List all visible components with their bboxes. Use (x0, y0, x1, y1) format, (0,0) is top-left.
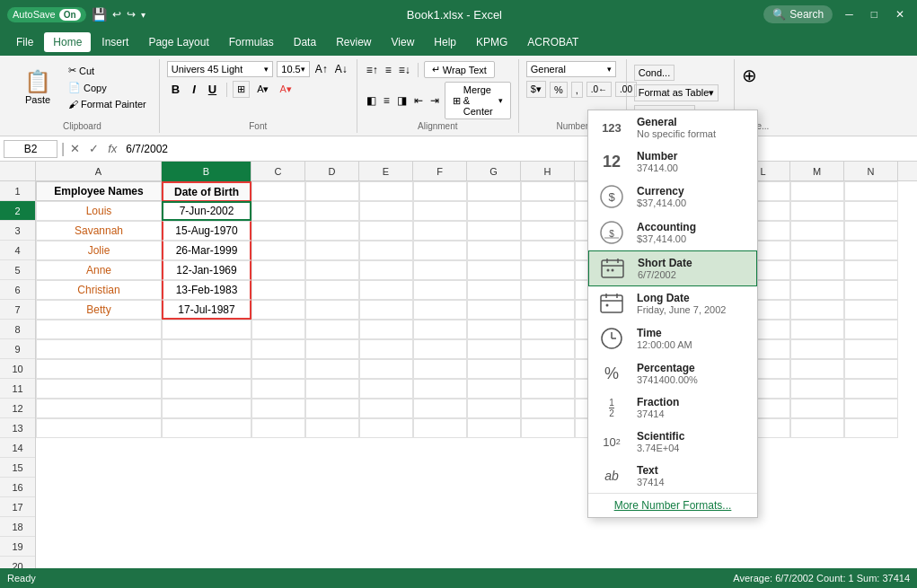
cell-e9[interactable] (359, 339, 413, 359)
format-general-item[interactable]: 123 General No specific format (588, 110, 757, 145)
cell-f11[interactable] (413, 379, 467, 399)
undo-icon[interactable]: ↩ (112, 8, 121, 21)
cell-g12[interactable] (467, 399, 521, 418)
cell-g1[interactable] (467, 181, 521, 201)
cell-c12[interactable] (251, 399, 305, 418)
cell-n2[interactable] (844, 201, 898, 221)
cell-d6[interactable] (305, 280, 359, 300)
format-painter-button[interactable]: 🖌 Format Painter (65, 97, 150, 111)
bold-button[interactable]: B (167, 81, 184, 98)
format-as-table-button[interactable]: Format as Table▾ (634, 84, 719, 101)
align-left-icon[interactable]: ◧ (365, 92, 378, 109)
cell-c9[interactable] (251, 339, 305, 359)
percent-format-icon[interactable]: % (550, 82, 568, 98)
cell-m2[interactable] (790, 201, 844, 221)
menu-page-layout[interactable]: Page Layout (139, 32, 217, 52)
cell-c2[interactable] (251, 201, 305, 221)
autosave-toggle[interactable]: AutoSave On (7, 7, 86, 22)
cell-g9[interactable] (467, 339, 521, 359)
cell-a6[interactable]: Christian (36, 280, 162, 300)
menu-kpmg[interactable]: KPMG (467, 32, 516, 52)
cell-c7[interactable] (251, 300, 305, 320)
increase-font-icon[interactable]: A↑ (313, 61, 330, 77)
cell-g5[interactable] (467, 260, 521, 280)
format-time-item[interactable]: Time 12:00:00 AM (588, 320, 757, 356)
align-bottom-icon[interactable]: ≡↓ (397, 62, 412, 78)
cell-g7[interactable] (467, 300, 521, 320)
cell-c5[interactable] (251, 260, 305, 280)
save-icon[interactable]: 💾 (92, 7, 107, 22)
font-color-button[interactable]: A▾ (277, 82, 295, 97)
cell-b1[interactable]: Date of Birth (162, 181, 251, 201)
wrap-text-button[interactable]: ↵ Wrap Text (424, 61, 495, 78)
cell-f7[interactable] (413, 300, 467, 320)
decrease-decimal-icon[interactable]: .0← (586, 82, 612, 97)
cell-c11[interactable] (251, 379, 305, 399)
cell-rest13f[interactable] (844, 418, 898, 438)
cell-h4[interactable] (521, 241, 575, 260)
cell-h7[interactable] (521, 300, 575, 320)
cell-h10[interactable] (521, 359, 575, 379)
cell-h8[interactable] (521, 320, 575, 339)
cell-h3[interactable] (521, 221, 575, 241)
cell-a2[interactable]: Louis (36, 201, 162, 221)
menu-file[interactable]: File (7, 32, 42, 52)
cell-c6[interactable] (251, 280, 305, 300)
cell-e7[interactable] (359, 300, 413, 320)
cell-b5[interactable]: 12-Jan-1969 (162, 260, 251, 280)
cell-a9[interactable] (36, 339, 162, 359)
cell-h9[interactable] (521, 339, 575, 359)
cell-h5[interactable] (521, 260, 575, 280)
search-box[interactable]: 🔍 Search (763, 5, 833, 23)
cell-f2[interactable] (413, 201, 467, 221)
cell-g11[interactable] (467, 379, 521, 399)
border-button[interactable]: ⊞ (233, 81, 250, 98)
cell-rest8f[interactable] (844, 320, 898, 339)
cell-b13[interactable] (162, 418, 251, 438)
cell-g13[interactable] (467, 418, 521, 438)
minimize-btn[interactable]: ─ (840, 6, 859, 22)
paste-button[interactable]: 📋 Paste (14, 61, 61, 113)
format-long-date-item[interactable]: Long Date Friday, June 7, 2002 (588, 286, 757, 320)
font-name-dropdown[interactable]: Univers 45 Light ▾ (167, 61, 274, 77)
cell-d2[interactable] (305, 201, 359, 221)
cell-d8[interactable] (305, 320, 359, 339)
insert-cells-button[interactable]: ⊕ (742, 66, 757, 85)
currency-format-icon[interactable]: $▾ (526, 81, 546, 98)
cell-d3[interactable] (305, 221, 359, 241)
align-top-icon[interactable]: ≡↑ (365, 62, 380, 78)
cell-a7[interactable]: Betty (36, 300, 162, 320)
cell-b9[interactable] (162, 339, 251, 359)
cell-g4[interactable] (467, 241, 521, 260)
cut-button[interactable]: ✂ Cut (65, 63, 150, 78)
cell-d7[interactable] (305, 300, 359, 320)
format-short-date-item[interactable]: Short Date 6/7/2002 (588, 250, 757, 286)
cell-e1[interactable] (359, 181, 413, 201)
cell-e5[interactable] (359, 260, 413, 280)
cell-b4[interactable]: 26-Mar-1999 (162, 241, 251, 260)
cell-e2[interactable] (359, 201, 413, 221)
format-text-item[interactable]: ab Text 37414 (588, 459, 757, 493)
cell-d13[interactable] (305, 418, 359, 438)
cell-b12[interactable] (162, 399, 251, 418)
cell-g3[interactable] (467, 221, 521, 241)
cell-rest-7f[interactable] (844, 300, 898, 320)
cell-a11[interactable] (36, 379, 162, 399)
cell-e10[interactable] (359, 359, 413, 379)
cell-c10[interactable] (251, 359, 305, 379)
cell-rest-7e[interactable] (790, 300, 844, 320)
align-right-icon[interactable]: ◨ (395, 92, 409, 109)
cell-c3[interactable] (251, 221, 305, 241)
cell-f1[interactable] (413, 181, 467, 201)
cell-b7[interactable]: 17-Jul-1987 (162, 300, 251, 320)
fill-color-button[interactable]: A▾ (253, 82, 272, 97)
cell-a3[interactable]: Savannah (36, 221, 162, 241)
function-wizard-icon[interactable]: fx (106, 140, 119, 157)
copy-button[interactable]: 📄 Copy (65, 80, 150, 95)
menu-formulas[interactable]: Formulas (220, 32, 283, 52)
indent-increase-icon[interactable]: ⇥ (428, 92, 441, 109)
cell-f6[interactable] (413, 280, 467, 300)
cell-e6[interactable] (359, 280, 413, 300)
cell-rest10e[interactable] (790, 359, 844, 379)
cell-h2[interactable] (521, 201, 575, 221)
